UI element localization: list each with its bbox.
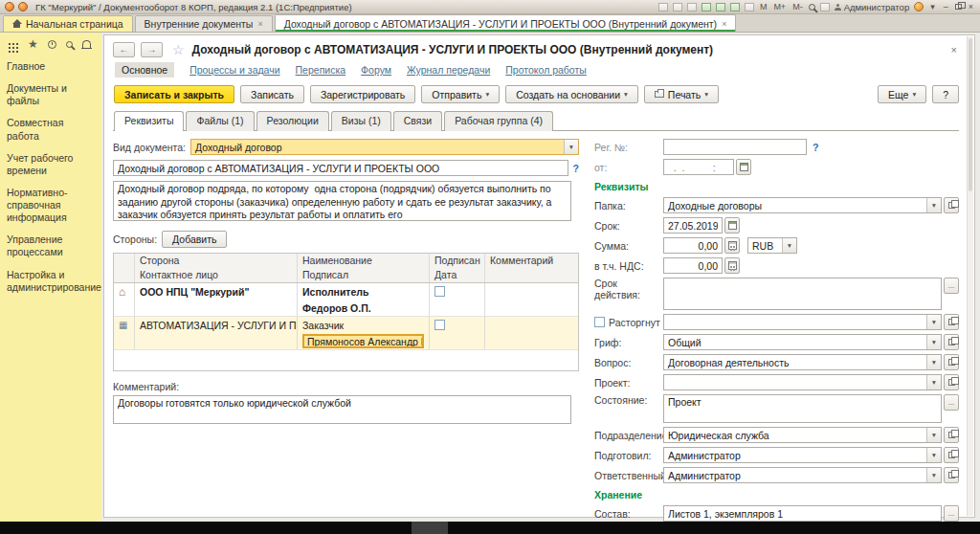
users-icon[interactable]: [702, 3, 711, 11]
create-from-button[interactable]: Создать на основании▾: [505, 85, 638, 103]
nav-forum[interactable]: Форум: [361, 64, 391, 76]
search-icon[interactable]: [66, 41, 73, 48]
sidebar-item-timesheet[interactable]: Учет рабочего времени: [7, 152, 95, 177]
main-menu-icon[interactable]: [5, 2, 14, 11]
restore-button[interactable]: [955, 4, 962, 10]
col-contact[interactable]: Контактное лицо: [135, 268, 298, 282]
reg-help-icon[interactable]: ?: [813, 142, 818, 153]
selected-cell[interactable]: Прямоносов Александр Валерьевич: [302, 334, 424, 348]
responsible-open-button[interactable]: [944, 467, 959, 483]
contents-more-button[interactable]: ...: [944, 505, 959, 522]
dropdown-icon[interactable]: ▾: [926, 468, 941, 482]
folder-combo[interactable]: Доходные договоры ▾: [663, 197, 942, 213]
dropdown-icon[interactable]: ▾: [926, 428, 941, 442]
nav-work-protocol[interactable]: Протокол работы: [505, 64, 587, 76]
tab-document[interactable]: Доходный договор с АВТОМАТИЗАЦИЯ - УСЛУГ…: [275, 14, 737, 32]
tab-internal-documents[interactable]: Внутренние документы ×: [135, 15, 273, 32]
register-button[interactable]: Зарегистрировать: [310, 85, 415, 103]
state-more-button[interactable]: ...: [944, 394, 959, 411]
state-textarea[interactable]: Проект: [663, 394, 942, 423]
reg-number-input[interactable]: [663, 139, 807, 155]
sidebar-item-main[interactable]: Главное: [7, 60, 95, 73]
question-combo[interactable]: Договорная деятельность ▾: [663, 354, 942, 370]
favorite-star-icon[interactable]: ☆: [172, 42, 185, 57]
minimize-button[interactable]: –: [942, 2, 950, 11]
calendar-icon[interactable]: [730, 3, 740, 11]
prepared-combo[interactable]: Администратор ▾: [663, 447, 942, 463]
sidebar-item-processes[interactable]: Управление процессами: [7, 234, 95, 258]
col-comment[interactable]: Комментарий: [485, 254, 578, 268]
terminated-open-button[interactable]: [944, 314, 959, 330]
tab-files[interactable]: Файлы (1): [186, 111, 254, 131]
nav-correspondence[interactable]: Переписка: [296, 64, 346, 76]
tab-home[interactable]: Начальная страница: [3, 15, 133, 32]
due-date-input[interactable]: [663, 217, 723, 234]
calculator-icon[interactable]: [745, 3, 754, 11]
dropdown-icon[interactable]: ▾: [926, 198, 941, 212]
print-button[interactable]: Печать▾: [644, 85, 719, 103]
contacts-icon[interactable]: [716, 3, 725, 11]
window-close-button[interactable]: ×: [967, 2, 975, 11]
dropdown-icon[interactable]: ▾: [926, 355, 941, 369]
question-open-button[interactable]: [944, 354, 959, 370]
save-icon[interactable]: [658, 3, 668, 11]
doc-type-dropdown-icon[interactable]: ▾: [564, 140, 578, 154]
memory-add-button[interactable]: M+: [772, 2, 787, 11]
form-close-button[interactable]: ×: [949, 44, 959, 56]
panels-icon[interactable]: [820, 3, 830, 11]
add-party-button[interactable]: Добавить: [162, 231, 227, 248]
validity-textarea[interactable]: [663, 278, 942, 310]
col-signed-by[interactable]: Подписал: [298, 268, 430, 282]
notifications-icon[interactable]: [82, 40, 91, 48]
nav-transfer-log[interactable]: Журнал передачи: [407, 64, 490, 76]
signed-checkbox[interactable]: [434, 286, 445, 297]
preview-icon[interactable]: [687, 3, 697, 11]
project-open-button[interactable]: [944, 374, 959, 390]
help-button[interactable]: ?: [932, 85, 959, 103]
doc-type-combo[interactable]: Доходный договор ▾: [190, 139, 579, 155]
titlebar-caret-icon[interactable]: ▾: [928, 2, 937, 11]
col-date[interactable]: Дата: [430, 268, 485, 282]
responsible-combo[interactable]: Администратор ▾: [663, 467, 942, 483]
about-1c-button[interactable]: [914, 2, 924, 11]
memory-store-button[interactable]: M: [759, 2, 768, 11]
signed-checkbox[interactable]: [434, 320, 445, 330]
dropdown-icon[interactable]: ▾: [926, 315, 941, 329]
dropdown-icon[interactable]: ▾: [926, 375, 941, 389]
tab-links[interactable]: Связи: [393, 111, 442, 131]
tab-close-icon[interactable]: ×: [257, 19, 262, 29]
favorites-icon[interactable]: ★: [28, 39, 38, 49]
comment-textarea[interactable]: Договоры готовятся только юридической сл…: [113, 395, 571, 424]
grif-combo[interactable]: Общий ▾: [663, 334, 942, 350]
department-open-button[interactable]: [944, 427, 959, 443]
more-button[interactable]: Еще▾: [878, 85, 926, 103]
sidebar-item-documents[interactable]: Документы и файлы: [7, 82, 95, 107]
nav-main[interactable]: Основное: [115, 62, 174, 78]
reg-date-input[interactable]: [663, 159, 734, 175]
history-icon[interactable]: [48, 40, 56, 49]
dropdown-icon[interactable]: ▾: [782, 238, 796, 253]
tab-close-icon[interactable]: ×: [722, 19, 726, 29]
sidebar-item-settings[interactable]: Настройка и администрирование: [7, 269, 95, 294]
dropdown-icon[interactable]: ▾: [926, 448, 941, 462]
sum-input[interactable]: [663, 237, 723, 254]
service-menu-icon[interactable]: [18, 2, 28, 11]
nav-processes[interactable]: Процессы и задачи: [189, 64, 279, 76]
col-signed[interactable]: Подписан: [430, 254, 485, 268]
vat-calc-button[interactable]: [724, 257, 740, 274]
zoom-icon[interactable]: [809, 4, 815, 11]
currency-combo[interactable]: RUB ▾: [747, 237, 797, 254]
table-row[interactable]: ⌂ ООО НПЦ "Меркурий" Исполнитель Фед: [114, 283, 578, 317]
scrollbar-thumb[interactable]: [969, 38, 972, 191]
sum-calc-button[interactable]: [724, 237, 740, 254]
tab-visas[interactable]: Визы (1): [331, 111, 391, 131]
sidebar-item-reference[interactable]: Нормативно-справочная информация: [7, 187, 95, 224]
save-close-button[interactable]: Записать и закрыть: [114, 85, 234, 103]
back-button[interactable]: ←: [113, 42, 135, 57]
folder-open-button[interactable]: [944, 197, 959, 213]
grif-open-button[interactable]: [944, 334, 959, 350]
prepared-open-button[interactable]: [944, 447, 959, 463]
col-name[interactable]: Наименование: [298, 254, 430, 268]
send-button[interactable]: Отправить▾: [421, 85, 500, 103]
form-scrollbar[interactable]: [967, 36, 973, 516]
